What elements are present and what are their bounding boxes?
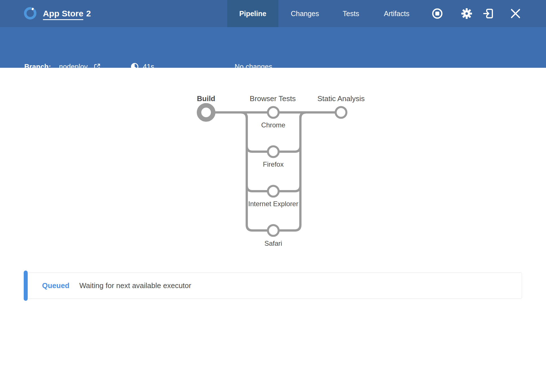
status-badge: Queued bbox=[42, 273, 69, 299]
stage-label-browser-tests: Browser Tests bbox=[250, 94, 296, 103]
stage-label-static-analysis: Static Analysis bbox=[317, 94, 365, 103]
status-message: Waiting for next available executor bbox=[79, 273, 191, 299]
status-row-queued[interactable]: Queued Waiting for next available execut… bbox=[28, 273, 522, 299]
node-static-analysis[interactable] bbox=[336, 107, 346, 118]
branch-label-safari: Safari bbox=[265, 239, 282, 247]
blue-ocean-pipeline-page: App Store2 Pipeline Changes Tests Artifa… bbox=[0, 0, 546, 392]
node-build[interactable] bbox=[199, 105, 213, 119]
node-safari[interactable] bbox=[268, 225, 279, 236]
pipeline-edges bbox=[206, 112, 341, 230]
branch-label-chrome: Chrome bbox=[261, 121, 285, 129]
status-accent-bar bbox=[24, 271, 28, 301]
pipeline-graph bbox=[0, 0, 546, 392]
node-firefox[interactable] bbox=[268, 146, 279, 157]
branch-label-internet-explorer: Internet Explorer bbox=[248, 200, 298, 208]
branch-label-firefox: Firefox bbox=[263, 160, 283, 168]
stage-label-build: Build bbox=[197, 94, 215, 103]
node-internet-explorer[interactable] bbox=[268, 186, 279, 197]
node-chrome[interactable] bbox=[268, 107, 279, 118]
